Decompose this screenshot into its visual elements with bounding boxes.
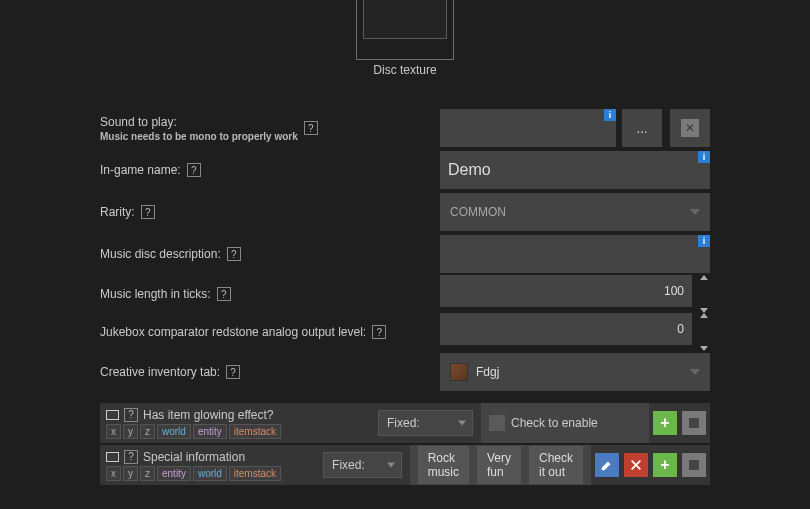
special-edit-button[interactable] — [594, 452, 620, 478]
special-mode-select[interactable]: Fixed: — [323, 452, 402, 478]
name-input[interactable] — [440, 151, 710, 189]
length-input[interactable] — [440, 275, 692, 307]
jukebox-label: Jukebox comparator redstone analog outpu… — [100, 325, 366, 339]
monitor-icon — [106, 452, 119, 462]
glowing-check-label: Check to enable — [511, 416, 598, 430]
disc-texture-slot[interactable] — [356, 0, 454, 60]
pencil-icon — [600, 458, 614, 472]
glowing-checkbox[interactable] — [489, 415, 505, 431]
special-chip[interactable]: Very fun — [477, 446, 521, 484]
special-stop-button[interactable] — [681, 452, 707, 478]
monitor-icon — [106, 410, 119, 420]
tab-label: Creative inventory tab: — [100, 365, 220, 379]
desc-input[interactable] — [440, 235, 710, 273]
tag-z: z — [140, 466, 155, 481]
special-label: Special information — [143, 450, 245, 464]
tag-z: z — [140, 424, 155, 439]
close-icon: ✕ — [681, 119, 699, 137]
glowing-tags: x y z world entity itemstack — [106, 424, 364, 439]
tag-itemstack: itemstack — [229, 466, 281, 481]
tab-icon — [450, 363, 468, 381]
help-icon[interactable]: ? — [217, 287, 231, 301]
info-badge-icon: i — [698, 235, 710, 247]
help-icon[interactable]: ? — [124, 408, 138, 422]
special-chip[interactable]: Rock music — [418, 446, 469, 484]
disc-texture-label: Disc texture — [373, 63, 436, 77]
sound-label: Sound to play: — [100, 115, 177, 129]
name-label: In-game name: — [100, 163, 181, 177]
sound-clear-button[interactable]: ✕ — [670, 109, 710, 147]
sound-input[interactable] — [440, 109, 616, 147]
glowing-mode-value: Fixed: — [387, 416, 420, 430]
special-chip[interactable]: Check it out — [529, 446, 583, 484]
desc-label: Music disc description: — [100, 247, 221, 261]
special-row: ? Special information x y z entity world… — [100, 445, 710, 485]
length-step-up[interactable] — [700, 275, 708, 280]
help-icon[interactable]: ? — [141, 205, 155, 219]
tag-y: y — [123, 424, 138, 439]
chevron-down-icon — [690, 209, 700, 215]
creative-tab-select[interactable]: Fdgj — [440, 353, 710, 391]
rarity-value: COMMON — [450, 205, 506, 219]
help-icon[interactable]: ? — [372, 325, 386, 339]
disc-texture-preview — [363, 0, 447, 39]
tag-entity: entity — [193, 424, 227, 439]
tag-world: world — [193, 466, 227, 481]
rarity-label: Rarity: — [100, 205, 135, 219]
glowing-label: Has item glowing effect? — [143, 408, 274, 422]
square-icon — [689, 418, 699, 428]
help-icon[interactable]: ? — [226, 365, 240, 379]
tag-world: world — [157, 424, 191, 439]
help-icon[interactable]: ? — [304, 121, 318, 135]
special-add-button[interactable]: + — [652, 452, 678, 478]
tab-value: Fdgj — [476, 365, 499, 379]
sound-browse-button[interactable]: ... — [622, 109, 662, 147]
special-clear-button[interactable] — [623, 452, 649, 478]
chevron-down-icon — [690, 369, 700, 375]
special-tags: x y z entity world itemstack — [106, 466, 309, 481]
jukebox-step-up[interactable] — [700, 313, 708, 318]
chevron-down-icon — [387, 463, 395, 468]
tag-itemstack: itemstack — [229, 424, 281, 439]
tag-x: x — [106, 424, 121, 439]
clear-all-icon — [629, 458, 643, 472]
help-icon[interactable]: ? — [227, 247, 241, 261]
help-icon[interactable]: ? — [187, 163, 201, 177]
tag-y: y — [123, 466, 138, 481]
length-label: Music length in ticks: — [100, 287, 211, 301]
square-icon — [689, 460, 699, 470]
help-icon[interactable]: ? — [124, 450, 138, 464]
rarity-select[interactable]: COMMON — [440, 193, 710, 231]
jukebox-input[interactable] — [440, 313, 692, 345]
tag-entity: entity — [157, 466, 191, 481]
chevron-down-icon — [458, 421, 466, 426]
tag-x: x — [106, 466, 121, 481]
glowing-row: ? Has item glowing effect? x y z world e… — [100, 403, 710, 443]
glowing-stop-button[interactable] — [681, 410, 707, 436]
info-badge-icon: i — [604, 109, 616, 121]
special-mode-value: Fixed: — [332, 458, 365, 472]
info-badge-icon: i — [698, 151, 710, 163]
sound-sublabel: Music needs to be mono to properly work — [100, 131, 298, 142]
glowing-mode-select[interactable]: Fixed: — [378, 410, 473, 436]
glowing-add-button[interactable]: + — [652, 410, 678, 436]
jukebox-step-down[interactable] — [700, 346, 708, 351]
